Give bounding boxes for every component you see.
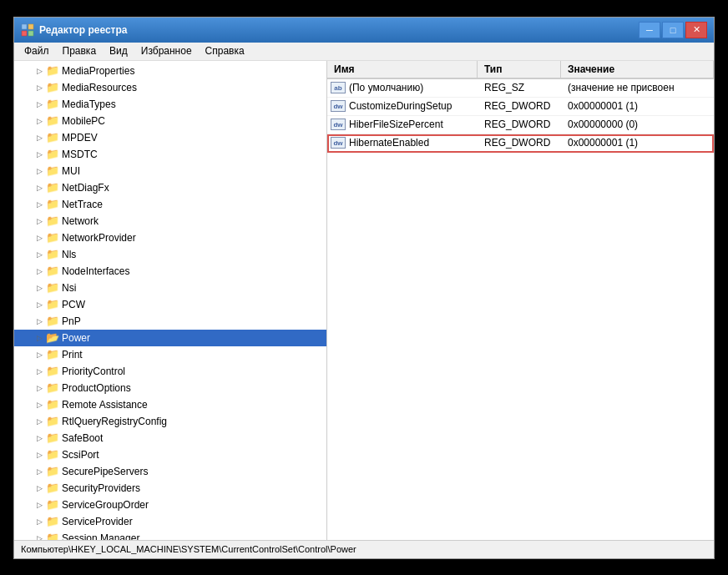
tree-item-label: Power	[62, 332, 90, 344]
tree-item[interactable]: ▷📁NetTrace	[14, 196, 326, 213]
tree-item[interactable]: ▷📁SafeBoot	[14, 430, 326, 446]
reg-name-cell: dwHiberFileSizePercent	[327, 117, 478, 132]
tree-item[interactable]: ▷📁Network	[14, 213, 326, 229]
menu-edit[interactable]: Правка	[56, 43, 104, 58]
menu-view[interactable]: Вид	[103, 43, 134, 58]
folder-icon: 📁	[46, 81, 59, 94]
registry-values-pane[interactable]: Имя Тип Значение ab(По умолчанию)REG_SZ(…	[327, 61, 714, 540]
maximize-button[interactable]: □	[662, 22, 684, 38]
tree-item[interactable]: ▷📁MSDTC	[14, 146, 326, 163]
tree-item[interactable]: ▷📁NetworkProvider	[14, 229, 326, 246]
header-name[interactable]: Имя	[327, 61, 478, 78]
tree-item[interactable]: ▷📁MediaProperties	[14, 63, 326, 79]
folder-icon: 📁	[46, 164, 59, 178]
folder-icon: 📁	[46, 465, 59, 478]
tree-item[interactable]: ▷📁NodeInterfaces	[14, 263, 326, 280]
tree-item[interactable]: ▷📁NetDiagFx	[14, 179, 326, 196]
tree-item-label: PriorityControl	[62, 366, 125, 377]
tree-item[interactable]: ▷📁MediaResources	[14, 79, 326, 96]
tree-item[interactable]: ▷📁Print	[14, 346, 326, 363]
reg-entry-name: HiberFileSizePercent	[349, 119, 443, 130]
tree-item[interactable]: ▷📁MPDEV	[14, 129, 326, 146]
reg-type-icon: ab	[331, 82, 346, 93]
table-row[interactable]: ab(По умолчанию)REG_SZ(значение не присв…	[327, 79, 714, 98]
expand-icon: ▷	[33, 265, 46, 278]
folder-icon: 📁	[46, 498, 59, 512]
tree-item[interactable]: ▷📁ProductOptions	[14, 380, 326, 396]
header-type[interactable]: Тип	[478, 61, 561, 78]
table-row[interactable]: dwCustomizeDuringSetupREG_DWORD0x0000000…	[327, 98, 714, 116]
folder-icon: 📁	[46, 482, 59, 495]
tree-item[interactable]: ▷📁Remote Assistance	[14, 396, 326, 413]
expand-icon: ▷	[33, 81, 46, 94]
tree-item[interactable]: ▷📁MediaTypes	[14, 96, 326, 113]
folder-icon: 📁	[46, 365, 59, 378]
svg-rect-3	[28, 31, 33, 36]
svg-rect-2	[22, 31, 27, 36]
tree-item[interactable]: ▷📁MUI	[14, 163, 326, 179]
menu-help[interactable]: Справка	[199, 43, 251, 58]
folder-icon: 📁	[46, 315, 59, 328]
folder-icon: 📁	[46, 231, 59, 245]
folder-icon: 📁	[46, 515, 59, 528]
tree-item[interactable]: ▷📁RtlQueryRegistryConfig	[14, 413, 326, 430]
tree-item[interactable]: ▷📁MobilePC	[14, 113, 326, 129]
tree-item[interactable]: ▷📁Nls	[14, 246, 326, 263]
tree-pane[interactable]: ▷📁MediaProperties▷📁MediaResources▷📁Media…	[14, 61, 327, 540]
folder-icon: 📁	[46, 532, 59, 540]
reg-name-cell: dwHibernateEnabled	[327, 135, 478, 150]
tree-item[interactable]: ▷📁Nsi	[14, 280, 326, 296]
reg-type-cell: REG_DWORD	[478, 117, 561, 132]
menu-file[interactable]: Файл	[18, 43, 56, 58]
tree-item[interactable]: ▷📁SecurityProviders	[14, 480, 326, 497]
expand-icon: ▷	[33, 365, 46, 378]
tree-item-label: MediaTypes	[62, 98, 116, 110]
tree-item[interactable]: ▷📁PriorityControl	[14, 363, 326, 380]
reg-entry-name: HibernateEnabled	[349, 137, 429, 149]
tree-item-label: PCW	[62, 299, 85, 310]
svg-rect-1	[28, 24, 33, 29]
folder-icon: 📁	[46, 448, 59, 462]
tree-item-label: Nsi	[62, 282, 76, 294]
minimize-button[interactable]: ─	[639, 22, 660, 38]
close-button[interactable]: ✕	[685, 22, 707, 38]
table-row[interactable]: dwHiberFileSizePercentREG_DWORD0x0000000…	[327, 116, 714, 134]
reg-type-icon: dw	[331, 137, 346, 149]
header-value[interactable]: Значение	[561, 61, 714, 78]
reg-type-icon: dw	[331, 100, 346, 112]
expand-icon: ▷	[33, 98, 46, 111]
tree-item[interactable]: ▷📁PnP	[14, 313, 326, 330]
tree-item-label: Network	[62, 215, 99, 227]
reg-type-cell: REG_SZ	[478, 80, 561, 95]
registry-rows: ab(По умолчанию)REG_SZ(значение не присв…	[327, 79, 714, 153]
tree-item-label: ServiceProvider	[62, 516, 133, 527]
expand-icon: ▷	[33, 181, 46, 194]
expand-icon: ▷	[33, 431, 46, 445]
registry-editor-window: Редактор реестра ─ □ ✕ Файл Правка Вид И…	[13, 17, 715, 559]
tree-item[interactable]: ▷📁ServiceGroupOrder	[14, 497, 326, 513]
tree-item[interactable]: ▷📁ServiceProvider	[14, 513, 326, 530]
tree-item[interactable]: ▷📂Power	[14, 330, 326, 346]
tree-item[interactable]: ▷📁PCW	[14, 296, 326, 313]
tree-item[interactable]: ▷📁SecurePipeServers	[14, 463, 326, 480]
expand-icon: ▷	[33, 331, 46, 345]
expand-icon: ▷	[33, 248, 46, 261]
expand-icon: ▷	[33, 114, 46, 128]
menu-favorites[interactable]: Избранное	[134, 43, 199, 58]
tree-item[interactable]: ▷📁ScsiPort	[14, 446, 326, 463]
folder-icon: 📁	[46, 281, 59, 295]
tree-item-label: SecurePipeServers	[62, 466, 148, 477]
expand-icon: ▷	[33, 448, 46, 462]
reg-name-cell: dwCustomizeDuringSetup	[327, 98, 478, 113]
tree-item[interactable]: ▷📁Session Manager	[14, 530, 326, 540]
tree-item-label: Remote Assistance	[62, 399, 148, 411]
tree-item-label: PnP	[62, 315, 81, 327]
tree-item-label: ServiceGroupOrder	[62, 499, 149, 511]
table-row[interactable]: dwHibernateEnabledREG_DWORD0x00000001 (1…	[327, 134, 714, 153]
tree-item-label: MUI	[62, 165, 80, 177]
window-title: Редактор реестра	[39, 24, 639, 36]
tree-item-label: NodeInterfaces	[62, 265, 129, 277]
folder-icon: 📁	[46, 415, 59, 428]
reg-value-cell: (значение не присвоен	[561, 80, 714, 95]
tree-item-label: MediaProperties	[62, 65, 134, 77]
